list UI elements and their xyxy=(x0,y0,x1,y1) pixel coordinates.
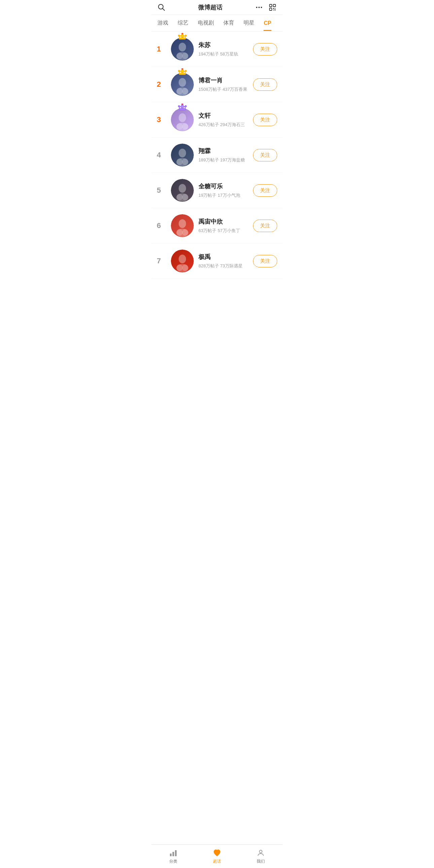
avatar-wrapper xyxy=(171,144,194,166)
svg-point-55 xyxy=(177,229,183,236)
avatar-wrapper xyxy=(171,214,194,237)
svg-point-26 xyxy=(185,70,187,72)
follow-button[interactable]: 关注 xyxy=(253,79,277,91)
svg-point-58 xyxy=(179,255,186,263)
rank-number: 6 xyxy=(157,221,166,230)
tab-variety[interactable]: 综艺 xyxy=(173,15,193,31)
svg-point-16 xyxy=(185,35,187,37)
svg-point-14 xyxy=(178,35,180,37)
item-name: 文轩 xyxy=(198,112,253,120)
rank-number: 7 xyxy=(157,257,166,265)
scan-button[interactable] xyxy=(268,3,277,12)
svg-point-50 xyxy=(177,194,183,200)
svg-point-35 xyxy=(182,103,183,105)
item-info: 禹宙中欣 63万帖子 57万小鱼丁 xyxy=(198,218,253,234)
list-item: 4 翔霖 189万帖子 197万海盐糖 关注 xyxy=(151,137,283,173)
svg-point-48 xyxy=(179,184,186,193)
follow-button[interactable]: 关注 xyxy=(253,255,277,267)
svg-point-38 xyxy=(179,113,186,122)
item-info: 朱苏 194万帖子 58万星轨 xyxy=(198,41,253,57)
svg-point-3 xyxy=(258,7,260,8)
item-name: 极禹 xyxy=(198,253,253,261)
svg-point-40 xyxy=(177,123,183,130)
svg-point-61 xyxy=(182,264,188,271)
list-item: 6 禹宙中欣 63万帖子 57万小鱼丁 关注 xyxy=(151,208,283,244)
tab-sports[interactable]: 体育 xyxy=(219,15,239,31)
svg-rect-5 xyxy=(270,4,272,7)
tab-stars[interactable]: 明星 xyxy=(239,15,259,31)
svg-point-21 xyxy=(182,53,188,59)
tab-games[interactable]: 游戏 xyxy=(153,15,173,31)
svg-rect-6 xyxy=(273,4,276,7)
svg-point-20 xyxy=(177,53,183,59)
avatar-wrapper xyxy=(171,250,194,272)
follow-button[interactable]: 关注 xyxy=(253,114,277,126)
follow-button[interactable]: 关注 xyxy=(253,184,277,197)
item-stats: 189万帖子 197万海盐糖 xyxy=(198,157,253,163)
item-info: 文轩 426万帖子 294万海石三 xyxy=(198,112,253,128)
svg-rect-23 xyxy=(179,73,186,75)
rank-number: 2 xyxy=(157,80,166,89)
item-info: 博君一肖 1508万帖子 437万百香果 xyxy=(198,76,253,92)
item-stats: 426万帖子 294万海石三 xyxy=(198,122,253,128)
svg-point-28 xyxy=(179,78,186,87)
crown-icon xyxy=(178,33,187,42)
avatar xyxy=(171,214,194,237)
rank-number: 5 xyxy=(157,186,166,195)
item-info: 极禹 828万帖子 73万际遇星 xyxy=(198,253,253,269)
svg-line-1 xyxy=(163,8,165,10)
list-item: 7 极禹 828万帖子 73万际遇星 关注 xyxy=(151,244,283,279)
item-stats: 828万帖子 73万际遇星 xyxy=(198,263,253,269)
crown-icon xyxy=(178,68,187,78)
svg-rect-9 xyxy=(275,8,276,9)
svg-rect-33 xyxy=(179,108,186,110)
tab-navigation: 游戏综艺电视剧体育明星CP xyxy=(151,15,283,32)
svg-rect-8 xyxy=(273,8,274,9)
follow-button[interactable]: 关注 xyxy=(253,220,277,232)
more-button[interactable] xyxy=(254,3,264,12)
rank-number: 4 xyxy=(157,151,166,159)
svg-point-31 xyxy=(182,88,188,94)
list-item: 3 文轩 426万帖子 294万海石三 关注 xyxy=(151,102,283,137)
tab-tvdrama[interactable]: 电视剧 xyxy=(193,15,219,31)
avatar-wrapper xyxy=(171,38,194,61)
svg-point-36 xyxy=(185,105,187,107)
avatar xyxy=(171,144,194,166)
svg-rect-10 xyxy=(273,10,274,10)
item-info: 全糖可乐 19万帖子 17万小气泡 xyxy=(198,182,253,198)
page-title: 微博超话 xyxy=(198,3,222,11)
item-name: 禹宙中欣 xyxy=(198,218,253,226)
svg-point-46 xyxy=(182,158,188,165)
svg-point-53 xyxy=(179,219,186,228)
svg-point-51 xyxy=(182,194,188,200)
item-name: 翔霖 xyxy=(198,147,253,155)
svg-rect-11 xyxy=(275,9,276,10)
svg-point-2 xyxy=(256,7,257,8)
item-name: 朱苏 xyxy=(198,41,253,49)
svg-rect-7 xyxy=(270,8,272,10)
list-item: 2 博君一肖 1508万帖子 437万百香果 关注 xyxy=(151,67,283,102)
svg-point-43 xyxy=(179,149,186,157)
svg-point-25 xyxy=(182,68,183,70)
svg-point-24 xyxy=(178,70,180,72)
search-button[interactable] xyxy=(157,3,166,12)
item-stats: 63万帖子 57万小鱼丁 xyxy=(198,228,253,234)
rank-number: 3 xyxy=(157,115,166,124)
svg-point-4 xyxy=(261,7,262,8)
avatar xyxy=(171,179,194,202)
item-name: 博君一肖 xyxy=(198,76,253,85)
item-stats: 194万帖子 58万星轨 xyxy=(198,51,253,57)
follow-button[interactable]: 关注 xyxy=(253,43,277,56)
svg-point-15 xyxy=(182,33,183,35)
ranking-list: 1 朱苏 194万帖子 58万星轨 关注 xyxy=(151,32,283,279)
item-stats: 19万帖子 17万小气泡 xyxy=(198,192,253,198)
svg-point-34 xyxy=(178,105,180,107)
avatar-wrapper xyxy=(171,179,194,202)
svg-point-56 xyxy=(182,229,188,236)
follow-button[interactable]: 关注 xyxy=(253,149,277,161)
header-bar: 微博超话 xyxy=(151,0,283,15)
svg-point-18 xyxy=(179,43,186,52)
item-info: 翔霖 189万帖子 197万海盐糖 xyxy=(198,147,253,163)
tab-cp[interactable]: CP xyxy=(259,16,276,31)
crown-icon xyxy=(178,103,187,113)
